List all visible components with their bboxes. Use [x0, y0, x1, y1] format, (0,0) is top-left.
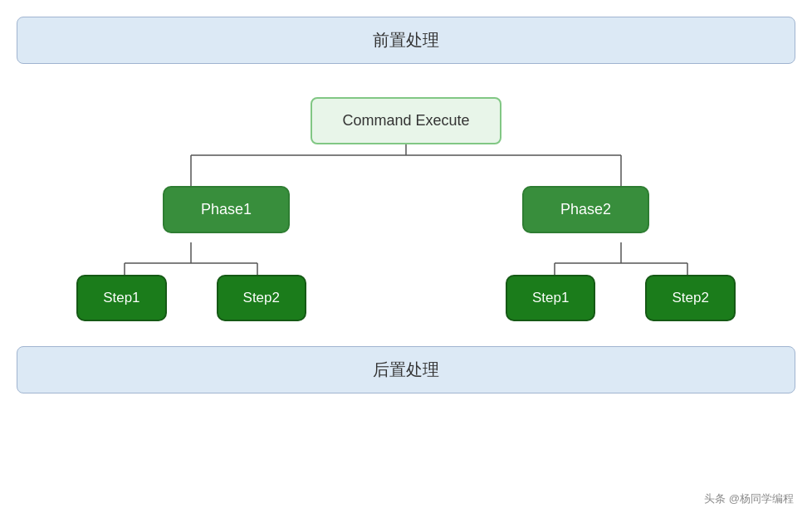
diagram-container: Command Execute Phase1 Phase2 Step1 Step…: [17, 89, 795, 321]
command-execute-node: Command Execute: [311, 97, 501, 144]
bottom-bar-label: 后置处理: [373, 360, 439, 379]
phase2-step2-node: Step2: [645, 275, 735, 321]
top-bar: 前置处理: [17, 17, 795, 64]
phases-row: Phase1 Phase2: [163, 186, 649, 233]
watermark: 头条 @杨同学编程: [704, 491, 794, 506]
bottom-bar: 后置处理: [17, 346, 795, 393]
top-bar-label: 前置处理: [373, 31, 439, 49]
phase1-step1-node: Step1: [76, 275, 166, 321]
phase2-node: Phase2: [522, 186, 649, 233]
command-execute-label: Command Execute: [342, 112, 469, 129]
phase1-node: Phase1: [163, 186, 290, 233]
phase2-step1-node: Step1: [506, 275, 595, 321]
phase1-step2-node: Step2: [217, 275, 306, 321]
steps-row: Step1 Step2 Step1 Step2: [76, 275, 736, 321]
